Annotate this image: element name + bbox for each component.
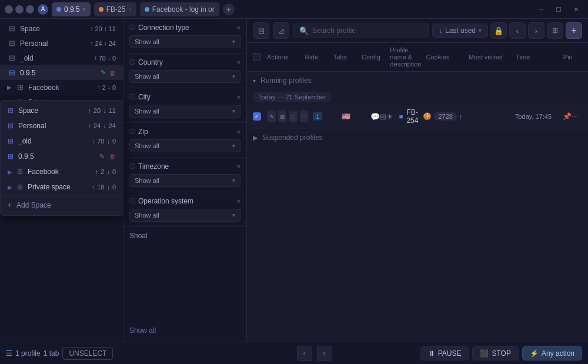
close-icon[interactable]: ×: [569, 2, 583, 16]
lock-btn[interactable]: 🔒: [490, 22, 507, 39]
filter-os-close[interactable]: ×: [237, 198, 240, 205]
dropdown-old[interactable]: ⊞ _old ↑70 ↓0: [1, 133, 123, 149]
filter-timezone-value: Show all: [135, 177, 159, 184]
show-all-bottom-btn[interactable]: Show all: [129, 324, 240, 337]
title-bar-right: − □ ×: [534, 2, 583, 16]
filter-city-header[interactable]: ⓘ City ×: [129, 93, 240, 101]
sidebar-item-facebook[interactable]: ▶ ⊞ Facebook ↑2 ↓0: [0, 80, 123, 95]
plus-icon: +: [8, 201, 12, 209]
filter-timezone-header[interactable]: ⓘ Timezone ×: [129, 162, 240, 171]
filter-city-select[interactable]: Show all ▾: [129, 105, 240, 118]
header-checkbox[interactable]: [253, 53, 261, 61]
row-more-btn[interactable]: ⋯: [300, 111, 309, 122]
filter-country-select[interactable]: Show all ▾: [129, 70, 240, 83]
chevron-down-icon-2: ▾: [232, 74, 235, 79]
suspended-profiles-label: Suspended profiles: [262, 133, 323, 142]
personal-badge: ↑24 ↓24: [91, 40, 116, 47]
filter-city-value: Show all: [135, 108, 159, 115]
filter-country-header[interactable]: ⓘ Country ×: [129, 58, 240, 66]
filter-os-select[interactable]: Show all ▾: [129, 209, 240, 222]
prev-btn[interactable]: ‹: [509, 22, 526, 39]
dropdown-edit-icon[interactable]: ✎: [99, 153, 105, 161]
tab-fb25[interactable]: FB-25 +: [94, 2, 136, 16]
next-btn[interactable]: ›: [528, 22, 544, 39]
row-checkbox[interactable]: [253, 112, 261, 121]
tab-main[interactable]: 0.9.5 ▾: [52, 2, 91, 16]
add-profile-btn[interactable]: +: [566, 22, 582, 39]
filter-info-icon-3: ⓘ: [129, 93, 135, 101]
add-space-dropdown: ⊞ Space ↑20 ↓11 ⊞ Personal ↑24 ↓24 ⊞ _ol…: [0, 100, 123, 216]
filter-country-close[interactable]: ×: [237, 59, 240, 66]
tab-add-button[interactable]: +: [223, 4, 235, 15]
suspended-profiles-section[interactable]: ▶ Suspended profiles: [247, 129, 588, 146]
minimize-icon[interactable]: −: [534, 2, 548, 16]
stop-button[interactable]: ⬛ STOP: [472, 346, 518, 360]
add-space-button[interactable]: + Add Space: [1, 198, 123, 213]
nav-next-btn[interactable]: ›: [317, 346, 332, 361]
action-label: Any action: [542, 349, 574, 358]
filter-connection-select[interactable]: Show all ▾: [129, 35, 240, 48]
filter-connection-close[interactable]: ×: [237, 24, 240, 31]
delete-icon[interactable]: 🗑: [109, 69, 116, 76]
unselect-button[interactable]: UNSELECT: [62, 347, 113, 360]
nav-next-icon: ›: [323, 349, 326, 358]
pause-button[interactable]: ⏸ PAUSE: [420, 346, 469, 360]
grid-view-btn[interactable]: ⊞: [547, 22, 563, 39]
chevron-down-icon-3: ▾: [232, 108, 235, 114]
filter-city-close[interactable]: ×: [237, 93, 240, 101]
cookie-icon: 🍪: [423, 112, 432, 121]
chat-icon: 💬: [370, 112, 380, 121]
row-more-icon[interactable]: ⋯: [572, 112, 579, 121]
play-icon: ▶: [7, 84, 12, 91]
filter-timezone-close[interactable]: ×: [237, 163, 240, 170]
dropdown-personal[interactable]: ⊞ Personal ↑24 ↓24: [1, 118, 123, 133]
sort-button[interactable]: ↓ Last used ▾: [432, 24, 488, 38]
sidebar-item-095[interactable]: ⊞ 0.9.5 ✎ 🗑: [0, 65, 123, 80]
dropdown-private-space[interactable]: ▶ ⊞ Private space ↑18 ↓0: [1, 179, 123, 195]
filter-connection-type: ⓘ Connection type × Show all ▾: [123, 19, 246, 54]
filter-zip-header[interactable]: ⓘ Zip ×: [129, 128, 240, 136]
header-actions: Actions: [267, 54, 300, 61]
tab-facebook[interactable]: Facebook - log in or: [140, 2, 219, 16]
sidebar-item-personal[interactable]: ⊞ Personal ↑24 ↓24: [0, 36, 123, 51]
main-layout: ⊞ Space ↑20 ↓11 ⊞ Personal ↑24 ↓24 ⊞ _ol…: [0, 19, 588, 342]
filter-zip-select[interactable]: Show all ▾: [129, 139, 240, 152]
filter-os-header[interactable]: ⓘ Operation system ×: [129, 197, 240, 205]
nav-prev-btn[interactable]: ‹: [297, 346, 312, 361]
any-action-button[interactable]: ⚡ Any action: [522, 346, 582, 360]
chevron-down-icon-5: ▾: [232, 178, 235, 183]
search-input[interactable]: [312, 26, 422, 35]
row-checkbox-container[interactable]: [253, 112, 262, 121]
up-icon: ↑: [88, 107, 92, 114]
row-duplicate-btn[interactable]: ⊞: [278, 111, 287, 122]
dropdown-delete-icon[interactable]: 🗑: [109, 153, 116, 160]
filter-country: ⓘ Country × Show all ▾: [123, 54, 246, 88]
funnel-btn[interactable]: ⊿: [273, 22, 289, 39]
filter-btn[interactable]: ⊟: [253, 22, 269, 39]
row-stop-btn[interactable]: □: [289, 111, 298, 122]
tab-dot-facebook: [145, 7, 149, 12]
filter-timezone-select[interactable]: Show all ▾: [129, 174, 240, 187]
stop-square-icon: □: [292, 113, 295, 120]
restore-icon[interactable]: □: [552, 2, 566, 16]
section-arrow-icon: ▾: [253, 78, 256, 84]
row-time-value: Today, 17:45: [515, 113, 552, 120]
sidebar-item-space[interactable]: ⊞ Space ↑20 ↓11: [0, 21, 123, 36]
row-edit-btn[interactable]: ✎: [267, 111, 276, 122]
dropdown-095[interactable]: ⊞ 0.9.5 ✎ 🗑: [1, 149, 123, 164]
running-profiles-section[interactable]: ▾ Running profiles: [247, 72, 588, 89]
pin-icon[interactable]: 📌: [563, 112, 572, 121]
dropdown-facebook[interactable]: ▶ ⊞ Facebook ↑2 ↓0: [1, 164, 123, 179]
dropdown-space[interactable]: ⊞ Space ↑20 ↓11: [1, 103, 123, 118]
up-icon: ↑: [92, 183, 95, 191]
minimize-button[interactable]: [15, 5, 24, 14]
filter-zip-close[interactable]: ×: [237, 128, 240, 135]
filter-connection-header[interactable]: ⓘ Connection type ×: [129, 24, 240, 32]
edit-icon[interactable]: ✎: [101, 69, 106, 76]
close-button[interactable]: [5, 5, 13, 14]
facebook-badge: ↑2 ↓0: [98, 84, 116, 91]
sidebar-item-old[interactable]: ⊞ _old ↑70 ↓0: [0, 51, 123, 65]
header-check[interactable]: [253, 53, 262, 61]
flag-emoji: 🇺🇸: [342, 112, 350, 121]
maximize-button[interactable]: [26, 5, 34, 14]
